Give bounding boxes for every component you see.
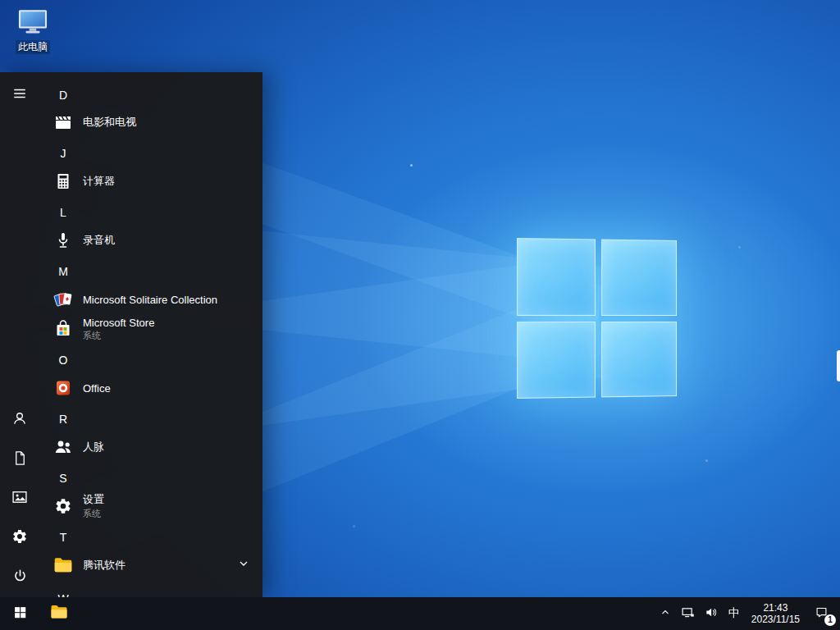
app-label: 录音机 xyxy=(83,233,115,248)
solitaire-icon xyxy=(51,287,75,312)
pictures-button[interactable] xyxy=(0,479,39,518)
calculator-icon xyxy=(51,169,75,194)
app-label: 人脉 xyxy=(83,440,104,454)
voice-recorder-icon xyxy=(51,228,75,253)
chevron-up-icon xyxy=(660,606,671,621)
chevron-down-icon[interactable] xyxy=(238,558,249,573)
ime-indicator[interactable]: 中 xyxy=(724,597,745,630)
volume-icon xyxy=(705,605,719,623)
start-app-microsoft-store[interactable]: Microsoft Store 系统 xyxy=(39,311,261,347)
screen-edge-indicator xyxy=(837,350,840,381)
taskbar-clock[interactable]: 21:43 2023/11/15 xyxy=(745,597,806,630)
store-icon xyxy=(51,317,75,341)
app-label: 计算器 xyxy=(83,174,115,189)
office-icon xyxy=(51,376,75,400)
start-app-solitaire[interactable]: Microsoft Solitaire Collection xyxy=(39,285,261,314)
start-folder-tencent[interactable]: 腾讯软件 xyxy=(39,550,261,580)
desktop-icon-this-pc[interactable]: 此电脑 xyxy=(7,8,59,54)
taskbar-file-explorer[interactable] xyxy=(39,597,79,630)
document-icon xyxy=(12,450,28,469)
desktop: 此电脑 xyxy=(0,0,840,630)
settings-gear-icon xyxy=(51,494,75,518)
network-status-button[interactable] xyxy=(676,597,700,630)
system-tray: 中 21:43 2023/11/15 1 xyxy=(655,597,840,630)
section-letter-t[interactable]: T xyxy=(51,523,75,552)
power-icon xyxy=(12,568,28,587)
logo-pane xyxy=(601,322,677,398)
network-icon xyxy=(681,605,695,623)
show-hidden-icons-button[interactable] xyxy=(655,597,676,630)
section-letter-r[interactable]: R xyxy=(51,404,75,434)
start-app-list: D 电影和电视 J 计算器 L 录音机 M xyxy=(39,72,262,597)
start-app-voice-recorder[interactable]: 录音机 xyxy=(39,226,261,255)
folder-icon xyxy=(49,602,69,625)
start-app-calculator[interactable]: 计算器 xyxy=(39,167,261,196)
sparkle xyxy=(705,459,708,462)
app-sublabel: 系统 xyxy=(83,330,154,342)
logo-pane xyxy=(601,240,677,316)
app-label: 腾讯软件 xyxy=(83,558,126,573)
app-label: 设置 xyxy=(83,492,104,507)
start-app-movies-tv[interactable]: 电影和电视 xyxy=(39,107,261,137)
start-menu: D 电影和电视 J 计算器 L 录音机 M xyxy=(0,72,262,597)
start-button[interactable] xyxy=(0,597,39,630)
app-sublabel: 系统 xyxy=(83,508,104,520)
sparkle xyxy=(353,525,355,527)
notification-badge: 1 xyxy=(824,614,836,626)
windows-logo-icon xyxy=(13,605,27,623)
section-letter-l[interactable]: L xyxy=(51,198,75,227)
this-pc-icon xyxy=(16,8,49,38)
clock-date: 2023/11/15 xyxy=(751,614,800,625)
action-center-button[interactable]: 1 xyxy=(806,597,837,630)
logo-pane xyxy=(517,238,595,315)
taskbar: 中 21:43 2023/11/15 1 xyxy=(0,597,840,630)
start-app-people[interactable]: 人脉 xyxy=(39,432,261,462)
this-pc-label: 此电脑 xyxy=(16,40,50,54)
power-button[interactable] xyxy=(0,558,39,597)
clock-time: 21:43 xyxy=(751,602,800,614)
app-label: 电影和电视 xyxy=(83,115,136,130)
settings-button[interactable] xyxy=(0,518,39,558)
documents-button[interactable] xyxy=(0,440,39,479)
people-icon xyxy=(51,435,75,459)
section-letter-o[interactable]: O xyxy=(51,345,75,375)
app-label: Microsoft Store xyxy=(83,317,154,329)
user-icon xyxy=(11,410,28,430)
windows-wallpaper-logo xyxy=(517,238,677,399)
hamburger-icon xyxy=(12,86,27,104)
folder-icon xyxy=(51,553,75,578)
volume-button[interactable] xyxy=(700,597,724,630)
gear-icon xyxy=(11,528,28,548)
app-label: Office xyxy=(83,382,111,395)
expand-menu-button[interactable] xyxy=(0,75,39,115)
movies-tv-icon xyxy=(51,110,75,135)
account-button[interactable] xyxy=(0,400,39,440)
section-letter-j[interactable]: J xyxy=(51,139,75,168)
section-letter-w[interactable]: W xyxy=(51,584,75,597)
section-letter-d[interactable]: D xyxy=(51,80,75,110)
start-app-office[interactable]: Office xyxy=(39,373,261,403)
logo-pane xyxy=(517,322,595,399)
pictures-icon xyxy=(11,489,28,509)
start-app-settings[interactable]: 设置 系统 xyxy=(39,488,261,524)
sparkle xyxy=(410,164,413,167)
app-label: Microsoft Solitaire Collection xyxy=(83,294,217,306)
section-letter-m[interactable]: M xyxy=(51,257,75,286)
start-menu-rail xyxy=(0,72,39,597)
sparkle xyxy=(738,246,741,249)
